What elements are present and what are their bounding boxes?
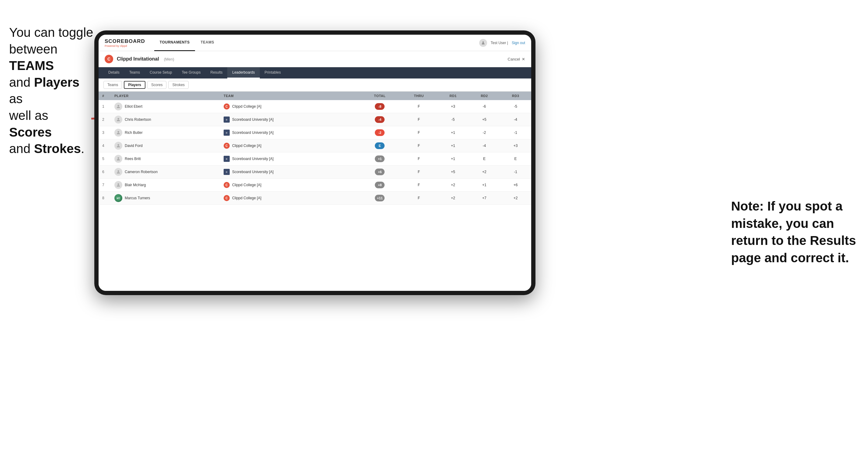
- cell-team: C Clippd College [A]: [220, 100, 343, 113]
- cell-rank: 4: [99, 139, 111, 152]
- cell-team: C Clippd College [A]: [220, 139, 343, 152]
- leaderboard-rows: 1 Elliot Ebert C Clippd College [A] -8 F…: [99, 100, 531, 205]
- team-icon: ≡: [224, 117, 230, 123]
- team-icon: C: [224, 182, 230, 188]
- cell-total: +8: [359, 179, 400, 192]
- col-rd1: RD1: [437, 92, 469, 100]
- table-row: 6 Cameron Robertson ≡ Scoreboard Univers…: [99, 165, 531, 179]
- tab-leaderboards[interactable]: Leaderboards: [227, 67, 259, 79]
- table-row: 3 Rich Butler ≡ Scoreboard University [A…: [99, 126, 531, 139]
- annotation-teams-bold: TEAMS: [9, 58, 54, 73]
- nav-right: Test User | Sign out: [479, 39, 525, 47]
- cell-rd1: +1: [437, 126, 469, 139]
- brand: SCOREBOARD Powered by clippd: [105, 38, 145, 48]
- cell-rd3: +6: [500, 179, 531, 192]
- tab-tee-groups[interactable]: Tee Groups: [177, 67, 205, 79]
- tablet-screen: SCOREBOARD Powered by clippd TOURNAMENTS…: [99, 35, 531, 291]
- team-icon: C: [224, 143, 230, 149]
- cell-total: +1: [359, 152, 400, 165]
- player-avatar: [114, 155, 122, 163]
- cell-rd3: -1: [500, 165, 531, 179]
- annotation-line1: You can toggle: [9, 25, 93, 39]
- col-spacer: [343, 92, 359, 100]
- cell-rd2: E: [469, 152, 500, 165]
- team-icon: ≡: [224, 169, 230, 175]
- col-rank: #: [99, 92, 111, 100]
- signout-link[interactable]: Sign out: [512, 41, 525, 45]
- tab-printables[interactable]: Printables: [260, 67, 286, 79]
- team-icon: C: [224, 195, 230, 201]
- cell-rd3: E: [500, 152, 531, 165]
- tab-teams[interactable]: Teams: [124, 67, 145, 79]
- cell-total: -4: [359, 113, 400, 126]
- leaderboard-table-container: # PLAYER TEAM TOTAL THRU RD1 RD2 RD3 1: [99, 92, 531, 291]
- cell-thru: F: [400, 165, 437, 179]
- svg-point-5: [118, 144, 119, 146]
- table-row: 8 MT Marcus Turners C Clippd College [A]…: [99, 192, 531, 205]
- col-team: TEAM: [220, 92, 343, 100]
- cell-player: Cameron Robertson: [111, 165, 220, 179]
- cell-total: -8: [359, 100, 400, 113]
- tab-course-setup[interactable]: Course Setup: [145, 67, 177, 79]
- tournament-header: C Clippd Invitational (Men) Cancel ✕: [99, 51, 531, 67]
- annotation-players-bold: Players: [34, 75, 80, 89]
- tournament-name: Clippd Invitational: [117, 56, 159, 62]
- cell-player: David Ford: [111, 139, 220, 152]
- tab-details[interactable]: Details: [103, 67, 124, 79]
- cell-spacer: [343, 139, 359, 152]
- table-row: 1 Elliot Ebert C Clippd College [A] -8 F…: [99, 100, 531, 113]
- nav-tournaments[interactable]: TOURNAMENTS: [154, 35, 195, 51]
- svg-point-4: [118, 131, 119, 133]
- player-avatar: [114, 168, 122, 176]
- cell-team: ≡ Scoreboard University [A]: [220, 165, 343, 179]
- nav-teams[interactable]: TEAMS: [195, 35, 220, 51]
- cell-rd2: +2: [469, 165, 500, 179]
- team-icon: C: [224, 103, 230, 110]
- annotation-scores-bold: Scores: [9, 125, 52, 139]
- toggle-scores[interactable]: Scores: [147, 81, 166, 89]
- table-row: 7 Blair McHarg C Clippd College [A] +8 F…: [99, 179, 531, 192]
- cell-spacer: [343, 152, 359, 165]
- player-avatar: [114, 142, 122, 150]
- table-header-row: # PLAYER TEAM TOTAL THRU RD1 RD2 RD3: [99, 92, 531, 100]
- left-annotation: You can toggle between TEAMS and Players…: [9, 24, 94, 157]
- cell-spacer: [343, 165, 359, 179]
- cell-rank: 8: [99, 192, 111, 205]
- cell-rd2: -6: [469, 100, 500, 113]
- team-icon: ≡: [224, 156, 230, 162]
- brand-sub: Powered by clippd: [105, 44, 145, 48]
- cell-total: +6: [359, 165, 400, 179]
- cell-rd2: +1: [469, 179, 500, 192]
- toggle-row: Teams Players Scores Strokes: [99, 79, 531, 92]
- cell-spacer: [343, 179, 359, 192]
- toggle-players[interactable]: Players: [124, 81, 146, 89]
- col-total: TOTAL: [359, 92, 400, 100]
- cell-rd3: +2: [500, 192, 531, 205]
- note-label: Note: If you spot a mistake, you can ret…: [731, 199, 856, 265]
- cell-player: Blair McHarg: [111, 179, 220, 192]
- svg-point-1: [482, 41, 484, 43]
- tournament-title: C Clippd Invitational (Men): [105, 55, 174, 63]
- cancel-button[interactable]: Cancel ✕: [508, 57, 525, 61]
- cell-thru: F: [400, 152, 437, 165]
- cell-thru: F: [400, 139, 437, 152]
- cell-team: ≡ Scoreboard University [A]: [220, 152, 343, 165]
- cell-spacer: [343, 192, 359, 205]
- cell-total: -2: [359, 126, 400, 139]
- cell-team: C Clippd College [A]: [220, 179, 343, 192]
- svg-point-2: [118, 105, 119, 106]
- player-avatar: [114, 102, 122, 111]
- cell-thru: F: [400, 100, 437, 113]
- cell-rd1: +1: [437, 152, 469, 165]
- nav-links: TOURNAMENTS TEAMS: [154, 35, 479, 51]
- toggle-teams[interactable]: Teams: [103, 81, 122, 89]
- cell-rd1: +5: [437, 165, 469, 179]
- tab-results[interactable]: Results: [205, 67, 227, 79]
- player-avatar: [114, 116, 122, 124]
- toggle-strokes[interactable]: Strokes: [168, 81, 189, 89]
- cell-player: Rich Butler: [111, 126, 220, 139]
- cell-total: E: [359, 139, 400, 152]
- table-row: 4 David Ford C Clippd College [A] E F +1…: [99, 139, 531, 152]
- cell-team: ≡ Scoreboard University [A]: [220, 113, 343, 126]
- cell-spacer: [343, 126, 359, 139]
